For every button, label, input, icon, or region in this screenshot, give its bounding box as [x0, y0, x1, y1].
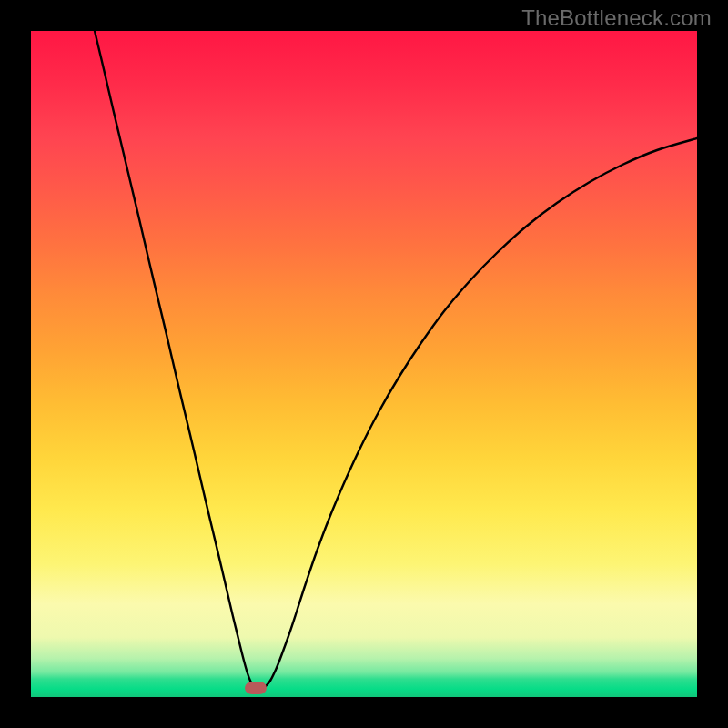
plot-area	[31, 31, 697, 697]
watermark-text: TheBottleneck.com	[521, 5, 712, 31]
chart-container: TheBottleneck.com	[0, 0, 728, 728]
minimum-marker	[245, 682, 267, 694]
curve-line	[31, 31, 697, 697]
